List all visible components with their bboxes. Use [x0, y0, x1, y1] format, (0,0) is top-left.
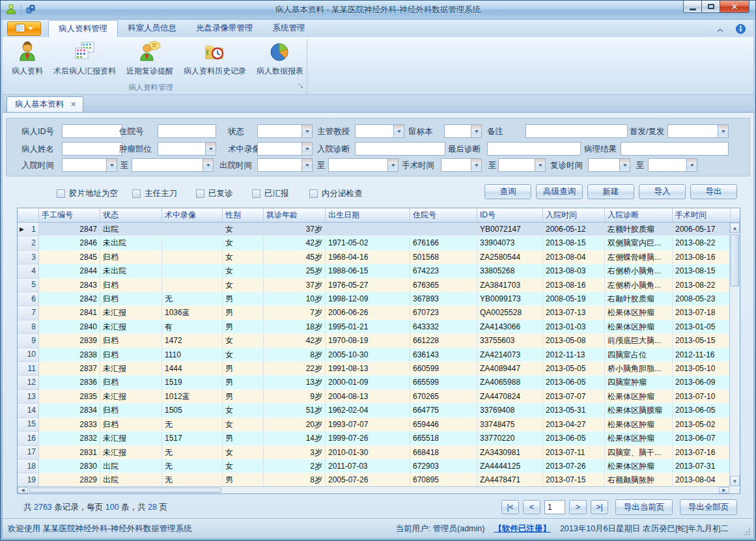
column-header-10[interactable]: 入院诊断: [605, 208, 673, 222]
action-button-3[interactable]: 新建: [587, 184, 634, 199]
ribbon-button-1[interactable]: 病人资料: [7, 38, 48, 78]
combo-dropdown-icon[interactable]: [686, 158, 697, 172]
table-row[interactable]: 42844未出院女25岁1988-06-15674223338052682013…: [18, 264, 729, 278]
filter-input[interactable]: [158, 124, 216, 138]
combo-dropdown-icon[interactable]: [106, 158, 117, 172]
filter-input[interactable]: [62, 142, 122, 156]
checkbox-1[interactable]: 胶片地址为空: [57, 188, 118, 199]
help-info-icon[interactable]: [736, 24, 746, 36]
table-row[interactable]: 22846未出院女42岁1971-05-02676166339040732013…: [18, 236, 729, 250]
minimize-button[interactable]: [683, 1, 702, 13]
column-header-8[interactable]: ID号: [477, 208, 543, 222]
prev-page-button[interactable]: <: [523, 500, 540, 514]
combo-dropdown-icon[interactable]: [471, 124, 482, 138]
filter-input[interactable]: [355, 142, 445, 156]
filter-combo[interactable]: [257, 158, 313, 172]
combo-dropdown-icon[interactable]: [301, 142, 313, 156]
vertical-scroll-thumb[interactable]: [731, 234, 739, 286]
checkbox-2[interactable]: 主任主刀: [132, 188, 177, 199]
filter-combo[interactable]: [257, 124, 313, 138]
combo-dropdown-icon[interactable]: [301, 158, 313, 172]
table-row[interactable]: 132835未汇报1012蓝男9岁2004-08-13670265ZA44708…: [18, 390, 729, 404]
table-row[interactable]: 142834归档1505女51岁1962-02-0466477533769408…: [18, 404, 729, 417]
dialog-launcher-icon[interactable]: [298, 83, 305, 92]
checkbox-box-icon[interactable]: [57, 189, 65, 198]
ribbon-tab-2[interactable]: 科室人员信息: [118, 20, 186, 37]
filter-combo[interactable]: [444, 124, 482, 138]
last-page-button[interactable]: >|: [591, 500, 608, 514]
combo-dropdown-icon[interactable]: [205, 142, 216, 156]
checkbox-5[interactable]: 内分泌检查: [309, 188, 363, 199]
checkbox-3[interactable]: 已复诊: [196, 188, 233, 199]
column-header-9[interactable]: 入院时间: [543, 208, 605, 222]
table-row[interactable]: 182830出院无女2岁2011-07-03672903ZA4444125201…: [18, 460, 729, 473]
filter-input[interactable]: [62, 124, 122, 138]
close-button[interactable]: ✕: [720, 1, 749, 13]
filter-combo[interactable]: [257, 142, 313, 156]
horizontal-scrollbar[interactable]: ◀ ▶: [18, 486, 729, 493]
table-row[interactable]: ▶12847出院女37岁YB00721472006-05-12左额叶胶质瘤200…: [18, 223, 729, 236]
table-row[interactable]: 152833归档无女20岁1993-07-0765944633748475201…: [18, 418, 729, 432]
table-row[interactable]: 82840未汇报有男18岁1995-01-21643332ZA414306620…: [18, 320, 729, 334]
table-row[interactable]: 92839归档1472女42岁1970-08-19661228337556032…: [18, 334, 729, 348]
filter-combo[interactable]: [355, 124, 404, 138]
scroll-left-icon[interactable]: ◀: [18, 487, 28, 493]
column-header-4[interactable]: 性别: [223, 208, 264, 222]
checkbox-4[interactable]: 已汇报: [252, 188, 289, 199]
next-page-button[interactable]: >: [569, 500, 587, 514]
combo-dropdown-icon[interactable]: [387, 158, 399, 172]
combo-dropdown-icon[interactable]: [203, 158, 214, 172]
combo-dropdown-icon[interactable]: [619, 158, 630, 172]
action-button-2[interactable]: 高级查询: [536, 184, 583, 199]
filter-combo[interactable]: [158, 142, 216, 156]
checkbox-box-icon[interactable]: [196, 189, 204, 198]
table-row[interactable]: 192829出院无男8岁2005-07-26670895ZA4478471201…: [18, 473, 729, 486]
action-button-5[interactable]: 导出: [690, 184, 737, 199]
collapse-ribbon-icon[interactable]: [716, 25, 724, 35]
combo-dropdown-icon[interactable]: [535, 158, 546, 172]
scroll-right-icon[interactable]: ▶: [719, 487, 729, 493]
column-header-11[interactable]: 手术时间: [673, 208, 731, 222]
ribbon-tab-1[interactable]: 病人资料管理: [48, 20, 118, 37]
combo-dropdown-icon[interactable]: [301, 124, 313, 138]
checkbox-box-icon[interactable]: [252, 189, 260, 198]
column-header-indicator[interactable]: [18, 208, 39, 222]
vertical-scrollbar[interactable]: ▲ ▼: [729, 223, 740, 486]
tab-patient-basic-info[interactable]: 病人基本资料 ✕: [7, 96, 83, 112]
filter-combo[interactable]: [667, 124, 729, 138]
maximize-button[interactable]: [702, 1, 720, 13]
first-page-button[interactable]: |<: [501, 500, 519, 514]
ribbon-tab-4[interactable]: 系统管理: [263, 20, 315, 37]
scroll-up-icon[interactable]: ▲: [730, 223, 740, 233]
table-row[interactable]: 102838归档1110女8岁2005-10-30636143ZA4214073…: [18, 348, 729, 362]
filter-combo[interactable]: [648, 158, 697, 172]
checkbox-box-icon[interactable]: [132, 189, 141, 198]
page-number-input[interactable]: [544, 500, 565, 514]
action-button-4[interactable]: 导入: [639, 184, 686, 199]
export-current-page-button[interactable]: 导出当前页: [615, 499, 673, 515]
combo-dropdown-icon[interactable]: [471, 158, 482, 172]
table-row[interactable]: 72841未汇报1036蓝男7岁2006-06-26670723QA002552…: [18, 306, 729, 320]
column-header-6[interactable]: 出生日期: [326, 208, 410, 222]
ribbon-button-4[interactable]: 病人资料历史记录: [178, 38, 251, 78]
column-header-2[interactable]: 状态: [100, 208, 162, 222]
filter-combo[interactable]: [441, 158, 482, 172]
table-row[interactable]: 112837未汇报1444男22岁1991-08-13660599ZA40894…: [18, 362, 729, 376]
filter-combo[interactable]: [498, 158, 546, 172]
app-menu-button[interactable]: [7, 21, 41, 36]
combo-dropdown-icon[interactable]: [393, 124, 404, 138]
column-header-7[interactable]: 住院号: [410, 208, 477, 222]
tab-close-icon[interactable]: ✕: [70, 100, 76, 109]
action-button-1[interactable]: 查询: [484, 184, 531, 199]
software-registered-link[interactable]: 【软件已注册】: [494, 523, 551, 534]
column-header-3[interactable]: 术中录像: [162, 208, 223, 222]
table-row[interactable]: 52843归档女37岁1976-05-27676365ZA38417032013…: [18, 279, 729, 292]
table-row[interactable]: 122836归档1519男13岁2000-01-09665599ZA406598…: [18, 376, 729, 389]
table-row[interactable]: 32845归档女45岁1968-04-16501568ZA25805442013…: [18, 251, 729, 264]
resize-grip[interactable]: [743, 528, 751, 536]
ribbon-button-3[interactable]: 近期复诊提醒: [121, 38, 178, 78]
ribbon-button-5[interactable]: 病人数据报表: [251, 38, 309, 78]
ribbon-button-2[interactable]: 术后病人汇报资料: [48, 38, 121, 78]
ribbon-tab-3[interactable]: 光盘录像带管理: [186, 20, 263, 37]
table-row[interactable]: 172831未汇报无女3岁2010-01-30668418ZA343098120…: [18, 446, 729, 460]
